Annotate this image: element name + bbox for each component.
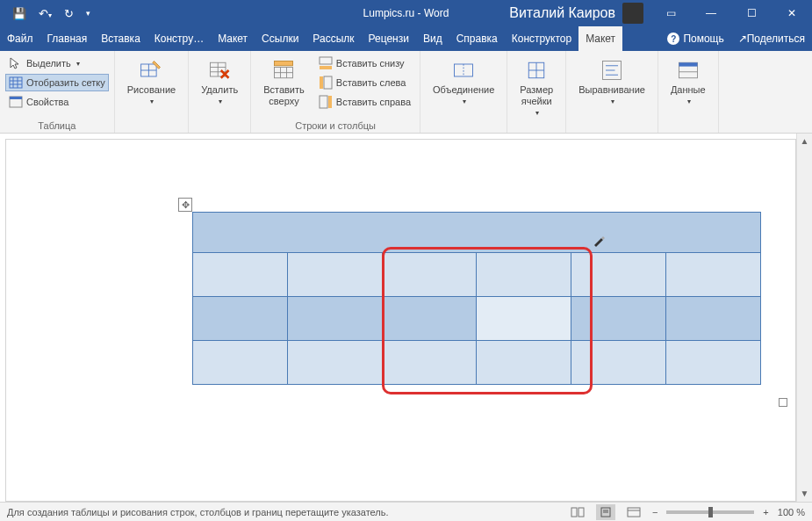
tab-layout[interactable]: Макет xyxy=(211,26,255,51)
insert-left-icon xyxy=(319,76,333,90)
scroll-down-icon[interactable]: ▼ xyxy=(797,486,812,502)
tab-help[interactable]: Справка xyxy=(449,26,505,51)
document-area[interactable]: ✥ xyxy=(5,139,796,502)
svg-rect-6 xyxy=(10,97,22,99)
table-move-handle[interactable]: ✥ xyxy=(178,198,192,212)
alignment-button[interactable]: Выравнивание▾ xyxy=(571,54,652,110)
minimize-button[interactable]: ― xyxy=(691,0,731,26)
svg-rect-38 xyxy=(578,508,584,517)
help-icon: ? xyxy=(667,33,679,45)
svg-rect-18 xyxy=(275,62,293,66)
svg-rect-23 xyxy=(320,96,327,108)
cell-size-icon xyxy=(524,58,549,83)
group-data: Данные▾ xyxy=(658,51,719,133)
vertical-scrollbar[interactable]: ▲ ▼ xyxy=(796,134,812,502)
zoom-slider[interactable] xyxy=(666,510,754,514)
tab-design[interactable]: Констру… xyxy=(147,26,211,51)
data-icon xyxy=(676,58,701,83)
pen-cursor-icon xyxy=(593,235,605,247)
tab-view[interactable]: Вид xyxy=(416,26,449,51)
ribbon: Выделить▾ Отобразить сетку Свойства Табл… xyxy=(0,51,812,134)
save-icon[interactable]: 💾 xyxy=(12,7,26,20)
cell-size-button[interactable]: Размер ячейки▾ xyxy=(513,54,560,121)
zoom-out-button[interactable]: − xyxy=(652,507,658,517)
insert-below-button[interactable]: Вставить снизу xyxy=(315,54,414,72)
word-table[interactable] xyxy=(192,212,761,385)
alignment-icon xyxy=(600,58,624,83)
page: ✥ xyxy=(48,150,761,502)
svg-rect-24 xyxy=(328,96,332,108)
svg-rect-37 xyxy=(571,508,577,517)
group-delete: Удалить▾ xyxy=(189,51,251,133)
draw-table-icon xyxy=(139,58,163,83)
select-button[interactable]: Выделить▾ xyxy=(5,54,109,72)
tab-share[interactable]: ↗ Поделиться xyxy=(731,26,812,51)
close-button[interactable]: ✕ xyxy=(772,0,812,26)
view-read-icon[interactable] xyxy=(568,504,587,520)
group-merge: Объединение▾ xyxy=(420,51,507,133)
tab-file[interactable]: Файл xyxy=(0,26,40,51)
redo-icon[interactable]: ↻ xyxy=(64,7,74,20)
svg-rect-35 xyxy=(679,62,697,66)
svg-rect-42 xyxy=(628,508,640,517)
undo-icon[interactable]: ↶▾ xyxy=(39,7,52,20)
tab-home[interactable]: Главная xyxy=(40,26,95,51)
table-resize-handle[interactable] xyxy=(779,398,787,407)
tab-review[interactable]: Рецензи xyxy=(362,26,416,51)
svg-rect-19 xyxy=(320,57,332,64)
view-print-icon[interactable] xyxy=(596,504,615,520)
insert-right-icon xyxy=(319,95,333,109)
user-name[interactable]: Виталий Каиров xyxy=(509,5,615,21)
tab-mailings[interactable]: Рассылк xyxy=(305,26,361,51)
svg-rect-20 xyxy=(320,66,332,69)
delete-table-icon xyxy=(207,58,232,83)
properties-icon xyxy=(9,95,23,109)
group-rows-columns: Вставить сверху Вставить снизу Вставить … xyxy=(251,51,420,133)
group-table: Выделить▾ Отобразить сетку Свойства Табл… xyxy=(0,51,115,133)
group-label-rows-cols: Строки и столбцы xyxy=(256,119,414,131)
group-draw: Рисование▾ xyxy=(115,51,189,133)
tab-table-layout[interactable]: Макет xyxy=(578,26,622,51)
insert-below-icon xyxy=(319,56,333,70)
quick-access-toolbar: 💾 ↶▾ ↻ ▾ xyxy=(0,7,103,20)
statusbar: Для создания таблицы и рисования строк, … xyxy=(0,502,812,521)
tab-references[interactable]: Ссылки xyxy=(255,26,305,51)
insert-left-button[interactable]: Вставить слева xyxy=(315,74,414,91)
merge-button[interactable]: Объединение▾ xyxy=(426,54,501,110)
avatar[interactable] xyxy=(622,3,643,24)
view-web-icon[interactable] xyxy=(624,504,643,520)
insert-right-button[interactable]: Вставить справа xyxy=(315,93,414,111)
ribbon-options-icon[interactable]: ▭ xyxy=(650,0,691,26)
draw-table-button[interactable]: Рисование▾ xyxy=(120,54,183,110)
svg-rect-21 xyxy=(324,76,332,89)
group-alignment: Выравнивание▾ xyxy=(566,51,658,133)
titlebar: 💾 ↶▾ ↻ ▾ Lumpics.ru - Word Виталий Каиро… xyxy=(0,0,812,26)
tab-insert[interactable]: Вставка xyxy=(94,26,147,51)
view-gridlines-button[interactable]: Отобразить сетку xyxy=(5,74,109,91)
insert-above-button[interactable]: Вставить сверху xyxy=(256,54,312,111)
grid-icon xyxy=(9,76,23,90)
merge-icon xyxy=(451,58,476,83)
properties-button[interactable]: Свойства xyxy=(5,93,109,111)
ribbon-tabs: Файл Главная Вставка Констру… Макет Ссыл… xyxy=(0,26,812,51)
svg-rect-0 xyxy=(10,77,22,88)
status-hint: Для создания таблицы и рисования строк, … xyxy=(7,507,389,517)
group-label-table: Таблица xyxy=(5,119,109,131)
scroll-up-icon[interactable]: ▲ xyxy=(797,134,812,149)
tab-table-design[interactable]: Конструктор xyxy=(505,26,578,51)
qat-customize-icon[interactable]: ▾ xyxy=(86,9,90,18)
delete-button[interactable]: Удалить▾ xyxy=(194,54,245,110)
insert-above-icon xyxy=(271,58,296,83)
data-button[interactable]: Данные▾ xyxy=(664,54,713,110)
tab-tell-me[interactable]: ?Помощь xyxy=(660,26,730,51)
window-title: Lumpics.ru - Word xyxy=(363,7,449,19)
group-cell-size: Размер ячейки▾ xyxy=(507,51,566,133)
svg-rect-22 xyxy=(320,76,323,89)
zoom-level[interactable]: 100 % xyxy=(778,507,805,517)
cursor-icon xyxy=(9,56,23,70)
zoom-in-button[interactable]: + xyxy=(763,507,768,517)
maximize-button[interactable]: ☐ xyxy=(731,0,772,26)
